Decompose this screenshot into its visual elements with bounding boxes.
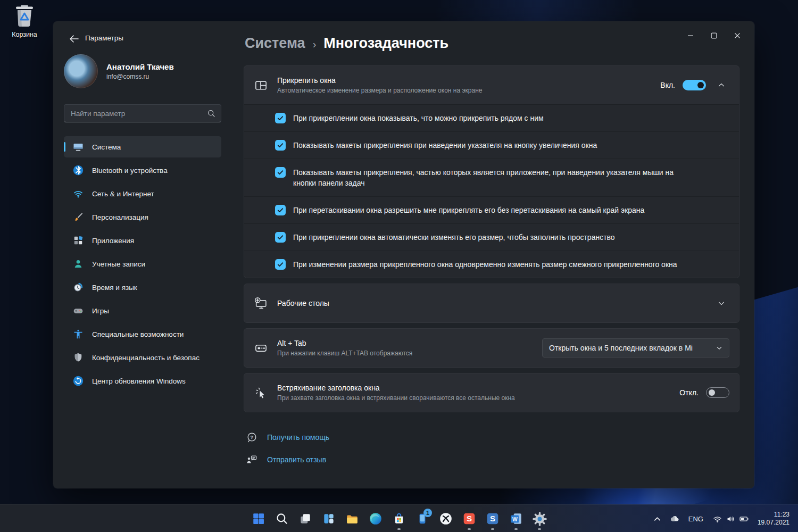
- sidebar-item-network-internet[interactable]: Сеть & и Интернет: [64, 183, 221, 204]
- sidebar-item-bluetooth-devices[interactable]: Bluetooth и устройства: [64, 160, 221, 181]
- running-indicator: [468, 528, 471, 530]
- tray-clock[interactable]: 11:23 19.07.2021: [753, 511, 795, 527]
- task-view-icon: [298, 512, 312, 526]
- checkbox-checked-icon[interactable]: [275, 140, 286, 151]
- alt-tab-header: Alt + Tab При нажатии клавиш ALT+TAB ото…: [244, 329, 739, 367]
- snap-option-row[interactable]: При перетаскивании окна разрешить мне пр…: [244, 196, 739, 223]
- breadcrumb-parent[interactable]: Система: [245, 35, 305, 52]
- taskbar-store-button[interactable]: [387, 506, 411, 531]
- snap-option-row[interactable]: При изменении размера прикрепленного окн…: [244, 251, 739, 278]
- snap-option-row[interactable]: Показывать макеты прикрепления при навед…: [244, 131, 739, 159]
- xbox-icon: [439, 512, 453, 526]
- alt-tab-dropdown[interactable]: Открыть окна и 5 последних вкладок в Mi: [542, 338, 729, 358]
- snap-toggle[interactable]: [683, 80, 706, 90]
- svg-text:W: W: [512, 517, 518, 522]
- back-button[interactable]: [66, 32, 82, 46]
- user-email: info@comss.ru: [106, 73, 174, 80]
- desktops-expand-button[interactable]: [713, 295, 729, 311]
- checkbox-checked-icon[interactable]: [275, 232, 286, 243]
- send-feedback-link[interactable]: Отправить отзыв: [246, 454, 739, 466]
- title-shake-card: Встряхивание заголовка окна При захвате …: [244, 373, 739, 412]
- snap-option-label: При изменении размера прикрепленного окн…: [293, 259, 677, 270]
- checkbox-checked-icon[interactable]: [275, 259, 286, 270]
- snap-option-row[interactable]: При прикреплении окна автоматически изме…: [244, 223, 739, 251]
- sidebar-item-apps[interactable]: Приложения: [64, 230, 221, 251]
- tray-time: 11:23: [774, 511, 789, 519]
- taskbar-file-explorer-button[interactable]: [340, 506, 364, 531]
- send-feedback-label: Отправить отзыв: [267, 455, 326, 464]
- sidebar-item-personalization[interactable]: Персонализация: [64, 206, 221, 228]
- alt-tab-icon: [254, 341, 268, 355]
- sidebar-item-accessibility[interactable]: Специальные возможности: [64, 323, 221, 345]
- desktops-card: Рабочие столы: [244, 284, 739, 323]
- snap-title: Прикрепить окна: [277, 76, 482, 85]
- checkbox-checked-icon[interactable]: [275, 167, 286, 178]
- taskbar-start-button[interactable]: [247, 506, 270, 531]
- taskbar-app-s-red-button[interactable]: S: [458, 506, 481, 531]
- title-shake-toggle[interactable]: [706, 387, 729, 398]
- search-input[interactable]: [71, 110, 207, 118]
- accessibility-icon: [72, 329, 84, 340]
- alt-tab-dropdown-value: Открыть окна и 5 последних вкладок в Mi: [549, 344, 693, 352]
- selected-indicator: [64, 142, 65, 152]
- user-name: Анатолий Ткачев: [106, 62, 174, 71]
- desktops-header[interactable]: Рабочие столы: [244, 284, 739, 322]
- sidebar-item-privacy-security[interactable]: Конфиденциальность и безопас: [64, 347, 221, 368]
- snap-windows-icon: [254, 78, 268, 92]
- taskbar-edge-button[interactable]: [364, 506, 387, 531]
- account-profile[interactable]: Анатолий Ткачев info@comss.ru: [64, 54, 221, 88]
- sidebar-item-label: Центр обновления Windows: [92, 377, 186, 385]
- snap-option-row[interactable]: Показывать макеты прикрепления, частью к…: [244, 159, 739, 196]
- checkbox-checked-icon[interactable]: [275, 113, 286, 123]
- notification-badge: 1: [423, 509, 432, 517]
- gear-icon: [531, 511, 548, 527]
- checkbox-checked-icon[interactable]: [275, 205, 286, 215]
- sidebar-item-accounts[interactable]: Учетные записи: [64, 253, 221, 275]
- taskbar-phone-link-button[interactable]: 1: [411, 506, 434, 531]
- tray-onedrive-button[interactable]: [666, 508, 684, 529]
- sidebar-item-label: Приложения: [92, 237, 134, 245]
- sidebar-item-games[interactable]: Игры: [64, 300, 221, 321]
- snap-state-label: Вкл.: [660, 81, 675, 89]
- title-shake-subtitle: При захвате заголовка окна и встряхивани…: [277, 394, 515, 402]
- chevron-up-icon: [652, 514, 662, 524]
- taskbar-settings-button[interactable]: [528, 506, 551, 531]
- taskbar-widgets-button[interactable]: [317, 506, 340, 531]
- taskbar-xbox-button[interactable]: [434, 506, 458, 531]
- running-indicator: [491, 528, 494, 530]
- snap-option-label: При перетаскивании окна разрешить мне пр…: [293, 205, 644, 215]
- svg-text:S: S: [467, 514, 472, 523]
- sidebar-item-system[interactable]: Система: [64, 136, 221, 157]
- snap-option-label: При прикреплении окна показывать, что мо…: [293, 113, 544, 123]
- tray-system-icons[interactable]: [708, 514, 753, 524]
- shield-icon: [72, 352, 84, 363]
- sidebar-item-windows-update[interactable]: Центр обновления Windows: [64, 370, 221, 392]
- volume-icon: [726, 514, 736, 524]
- recycle-bin-shortcut[interactable]: Корзина: [6, 4, 43, 38]
- search-icon: [207, 109, 215, 118]
- avatar: [64, 54, 98, 88]
- taskbar-word-button[interactable]: W: [504, 506, 528, 531]
- snap-option-row[interactable]: При прикреплении окна показывать, что мо…: [244, 104, 739, 131]
- person-icon: [72, 259, 84, 270]
- update-icon: [72, 376, 84, 387]
- taskbar-app-s-blue-button[interactable]: S: [481, 506, 504, 531]
- recycle-bin-icon: [13, 4, 36, 30]
- page-title: Многозадачность: [323, 35, 448, 52]
- title-shake-state-label: Откл.: [679, 388, 699, 397]
- tray-show-hidden-icons-button[interactable]: [649, 508, 666, 529]
- get-help-link[interactable]: ? Получить помощь: [246, 431, 739, 443]
- sidebar-item-time-language[interactable]: Время и язык: [64, 277, 221, 298]
- title-shake-title: Встряхивание заголовка окна: [277, 384, 515, 392]
- tray-language-indicator[interactable]: ENG: [684, 515, 708, 523]
- snap-windows-header[interactable]: Прикрепить окна Автоматическое изменение…: [244, 66, 739, 104]
- settings-search-box[interactable]: [64, 104, 221, 122]
- folder-icon: [345, 512, 359, 526]
- wifi-status-icon: [712, 514, 722, 524]
- alt-tab-card: Alt + Tab При нажатии клавиш ALT+TAB ото…: [244, 328, 739, 368]
- snap-collapse-button[interactable]: [713, 77, 729, 93]
- taskbar-task-view-button[interactable]: [294, 506, 317, 531]
- chevron-up-icon: [718, 81, 725, 89]
- taskbar-search-button[interactable]: [270, 506, 294, 531]
- sidebar-item-label: Специальные возможности: [92, 330, 184, 338]
